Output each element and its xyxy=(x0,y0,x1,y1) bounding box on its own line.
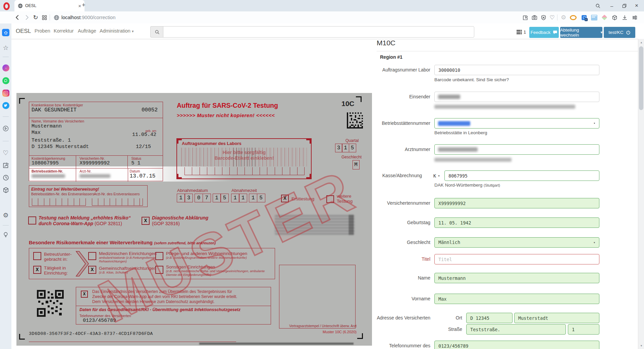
scanned-form-image: Krankenkasse bzw. Kostenträger DAK GESUN… xyxy=(16,93,372,346)
shield-block-icon[interactable] xyxy=(540,14,547,21)
window-minimize-button[interactable]: – xyxy=(606,0,618,11)
strasse-input[interactable] xyxy=(466,324,566,335)
forward-button-icon[interactable] xyxy=(23,14,30,21)
hausnummer-input[interactable] xyxy=(568,324,599,335)
url-host: localhost xyxy=(61,15,80,20)
speed-dial-tiles-icon[interactable] xyxy=(41,14,48,21)
reload-button-icon[interactable]: ↻ xyxy=(32,14,39,21)
scrollbar-up-icon[interactable]: ▴ xyxy=(638,40,644,45)
sidebar-twitter-icon[interactable] xyxy=(2,102,9,109)
site-globe-icon[interactable] xyxy=(53,14,60,21)
global-search-input[interactable] xyxy=(163,26,474,38)
doc-subtitle: >>>>>> Muster nicht kopieren! <<<<<< xyxy=(177,112,291,118)
quartal-label: Quartal xyxy=(345,139,359,143)
vorname-input[interactable] xyxy=(434,294,599,304)
downloads-icon[interactable] xyxy=(621,14,628,21)
settings-gear-icon[interactable]: ⚙ xyxy=(560,14,567,21)
bookmark-edit-icon[interactable] xyxy=(522,14,529,21)
url-field[interactable]: localhost:9000/correction xyxy=(61,14,115,21)
extensions-divider xyxy=(557,14,557,20)
queue-indicator[interactable]: 1 xyxy=(517,30,526,35)
sidebar-instagram-icon[interactable] xyxy=(2,89,9,97)
reader-panel-extension-icon[interactable] xyxy=(591,14,597,21)
stadt-input[interactable] xyxy=(514,313,599,323)
redacted-arzt-nr xyxy=(79,174,110,178)
sidebar-gear-icon[interactable]: ⚙ xyxy=(2,211,9,219)
back-button-icon[interactable] xyxy=(14,14,21,21)
versichertennummer-input[interactable] xyxy=(434,198,599,208)
arztnummer-input[interactable] xyxy=(434,144,599,155)
panel-title: M10C xyxy=(377,39,395,47)
caret-down-icon: ▾ xyxy=(132,29,134,33)
favorites-heart-icon[interactable]: ♡ xyxy=(549,14,555,21)
patient-city: D 12345 Musterstadt xyxy=(32,144,89,150)
nav-item-korrektur[interactable]: Korrektur xyxy=(54,23,74,39)
nav-item-administration[interactable]: Administration ▾ xyxy=(100,23,133,39)
sidebar-lightbulb-icon[interactable] xyxy=(2,231,9,238)
comb-field xyxy=(92,198,143,206)
new-tab-button[interactable]: + xyxy=(82,2,86,9)
sidebar-messenger-icon[interactable] xyxy=(2,64,9,71)
label-titel: Titel xyxy=(352,254,430,264)
scrollbar-down-icon[interactable]: ▾ xyxy=(638,343,644,348)
kasse-nummer-input[interactable] xyxy=(444,170,599,181)
caret-down-icon: ▾ xyxy=(600,30,602,35)
sidebar-heart-icon[interactable]: ♡ xyxy=(2,149,9,156)
app-brand[interactable]: OESL xyxy=(16,23,31,39)
vpn-ring-extension-icon[interactable] xyxy=(570,14,577,21)
power-icon xyxy=(626,30,631,35)
nav-item-auftraege[interactable]: Aufträge xyxy=(78,23,96,39)
sidebar-whatsapp-icon[interactable] xyxy=(2,77,9,84)
url-path: :9000/correction xyxy=(80,15,115,20)
sidebar-play-circle-icon[interactable] xyxy=(2,125,9,132)
tab-search-icon[interactable] xyxy=(592,0,604,11)
user-session-button[interactable]: test/KC xyxy=(604,27,635,38)
einsender-input[interactable] xyxy=(434,92,599,102)
auftragsnummer-input[interactable] xyxy=(434,65,599,75)
opera-logo-icon[interactable] xyxy=(3,2,10,10)
tune-sliders-icon[interactable] xyxy=(631,14,638,21)
kasse-type-select[interactable]: K ▾ xyxy=(433,170,440,181)
sidebar-pinboard-icon[interactable] xyxy=(2,161,9,169)
label-betriebsstaettennummer: Betriebsstättennummer xyxy=(352,118,430,129)
snapshot-camera-icon[interactable] xyxy=(531,14,538,21)
patient-birthdate: 11.05.42 xyxy=(132,133,156,137)
tab-close-icon[interactable]: × xyxy=(78,3,81,8)
window-restore-button[interactable] xyxy=(618,0,630,11)
package-box-icon[interactable] xyxy=(611,14,618,21)
switch-department-button[interactable]: Abteilung wechseln ▾ xyxy=(560,27,602,38)
browser-tab-bar: OESL × + – × xyxy=(0,0,644,11)
auftragsnummer-helper: Barcode unbekannt. Sind Sie sicher? xyxy=(434,77,509,82)
scrollbar-thumb[interactable] xyxy=(639,46,643,110)
geschlecht-select[interactable]: Männlich ▾ xyxy=(434,237,599,248)
scan-corner-mark xyxy=(19,334,25,340)
search-button[interactable] xyxy=(150,26,163,38)
caret-down-icon: ▾ xyxy=(593,238,595,247)
label-versichertennummer: Versichertennummer xyxy=(352,198,430,208)
muster-version-note: Muster 10C (6.2020) xyxy=(308,330,357,334)
name-input[interactable] xyxy=(434,273,599,283)
titel-input[interactable] xyxy=(434,254,599,264)
sidebar-history-clock-icon[interactable] xyxy=(2,174,9,181)
window-close-button[interactable]: × xyxy=(631,0,643,11)
sidebar-star-icon[interactable]: ☆ xyxy=(2,44,9,51)
telefonnummer-input[interactable] xyxy=(434,341,599,349)
caret-down-icon: ▾ xyxy=(438,174,440,178)
plz-input[interactable] xyxy=(466,313,513,323)
page-scrollbar[interactable]: ▴ ▾ xyxy=(638,39,644,349)
color-cube-extension-icon[interactable] xyxy=(601,14,608,21)
betriebsstaettennummer-combobox[interactable]: ▾ xyxy=(434,118,599,129)
translator-extension-icon[interactable]: 0 xyxy=(581,14,587,21)
geburtstag-input[interactable] xyxy=(434,217,599,228)
panel-divider xyxy=(377,51,638,51)
feedback-button[interactable]: Feedback xyxy=(529,27,559,38)
sidebar-home-icon[interactable] xyxy=(2,29,9,36)
redacted-einsender-value xyxy=(438,95,460,99)
tab-title: OESL xyxy=(25,3,78,8)
browser-tab[interactable]: OESL × xyxy=(14,0,85,11)
cost-carrier-id: 108067995 xyxy=(32,160,73,166)
nav-item-proben[interactable]: Proben xyxy=(35,23,50,39)
sidebar-cube-icon[interactable] xyxy=(2,186,9,194)
warnapp-text: Testung nach Meldung „erhöhtes Risiko“ d… xyxy=(39,215,131,227)
referral-box: Eintrag nur bei Weiterüberweisung! Betri… xyxy=(29,185,148,207)
